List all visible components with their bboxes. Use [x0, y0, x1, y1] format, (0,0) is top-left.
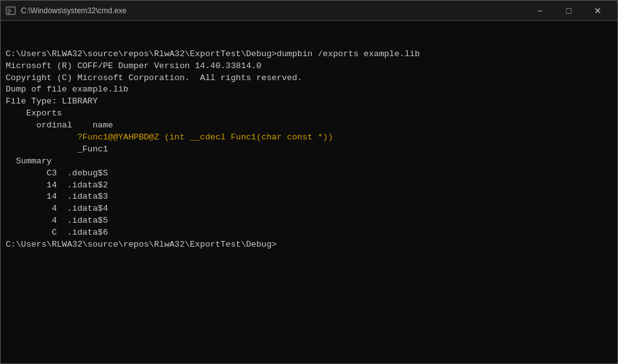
maximize-button[interactable]: □ — [554, 1, 583, 21]
terminal-line: _Func1 — [6, 144, 612, 156]
minimize-button[interactable]: − — [525, 1, 554, 21]
terminal-line: 4 .idata$5 — [6, 215, 612, 227]
close-button[interactable]: ✕ — [583, 1, 612, 21]
app-icon — [6, 6, 16, 16]
terminal-line: Summary — [6, 156, 612, 168]
cmd-window: C:\Windows\system32\cmd.exe − □ ✕ C:\Use… — [0, 0, 618, 364]
terminal-line: Dump of file example.lib — [6, 84, 612, 96]
terminal-line: C:\Users\RLWA32\source\repos\RlwA32\Expo… — [6, 49, 612, 61]
terminal-line: 14 .idata$3 — [6, 191, 612, 203]
window-controls: − □ ✕ — [525, 1, 612, 21]
terminal-line: Exports — [6, 108, 612, 120]
terminal-line: Microsoft (R) COFF/PE Dumper Version 14.… — [6, 61, 612, 73]
terminal-line: File Type: LIBRARY — [6, 96, 612, 108]
terminal-line: ordinal name — [6, 120, 612, 132]
terminal-line: C .idata$6 — [6, 227, 612, 239]
window-title: C:\Windows\system32\cmd.exe — [21, 6, 525, 15]
terminal-line: Copyright (C) Microsoft Corporation. All… — [6, 73, 612, 85]
titlebar: C:\Windows\system32\cmd.exe − □ ✕ — [1, 1, 617, 21]
terminal-line: 4 .idata$4 — [6, 203, 612, 215]
terminal-line: C3 .debug$S — [6, 168, 612, 180]
terminal-line: 14 .idata$2 — [6, 180, 612, 192]
terminal-line: ?Func1@@YAHPBD@Z (int __cdecl Func1(char… — [6, 132, 612, 144]
terminal-output[interactable]: C:\Users\RLWA32\source\repos\RlwA32\Expo… — [1, 21, 617, 363]
terminal-line: C:\Users\RLWA32\source\repos\RlwA32\Expo… — [6, 239, 612, 251]
